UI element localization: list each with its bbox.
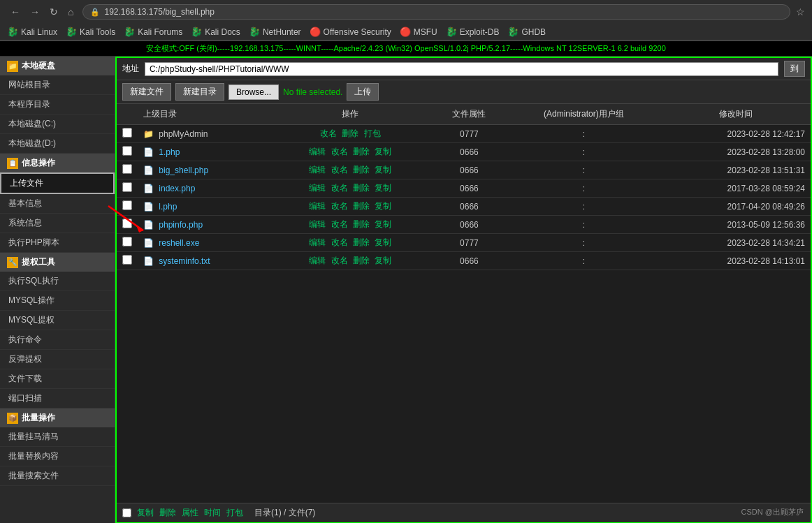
filename-1[interactable]: 1.php [159, 147, 180, 157]
sidebar-item-local-c[interactable]: 本地磁盘(C:) [0, 115, 115, 134]
file-checkbox-7[interactable] [122, 255, 132, 265]
goto-button[interactable]: 到 [784, 61, 805, 77]
file-checkbox-1[interactable] [122, 146, 132, 156]
sidebar-item-website-root[interactable]: 网站根目录 [0, 75, 115, 95]
action-改名-3[interactable]: 改名 [331, 183, 348, 193]
action-删除-1[interactable]: 删除 [353, 147, 370, 156]
action-复制-7[interactable]: 复制 [375, 256, 391, 265]
file-checkbox-6[interactable] [122, 237, 132, 246]
action-删除-5[interactable]: 删除 [353, 219, 370, 229]
bottom-time[interactable]: 时间 [204, 507, 221, 519]
sidebar-item-batch-trojan[interactable]: 批量挂马清马 [0, 427, 115, 447]
action-复制-4[interactable]: 复制 [375, 201, 391, 211]
filename-2[interactable]: big_shell.php [159, 165, 208, 175]
action-复制-6[interactable]: 复制 [375, 237, 391, 247]
action-打包-0[interactable]: 打包 [364, 128, 381, 138]
action-改名-0[interactable]: 改名 [320, 128, 337, 138]
sidebar-item-program-dir[interactable]: 本程序目录 [0, 95, 115, 115]
back-button[interactable]: ← [7, 5, 24, 19]
bookmark-offensive-security[interactable]: 🔴 Offensive Security [310, 27, 391, 37]
sidebar-item-batch-replace[interactable]: 批量替换内容 [0, 447, 115, 466]
path-input[interactable] [145, 62, 778, 76]
action-改名-4[interactable]: 改名 [331, 201, 348, 211]
action-改名-6[interactable]: 改名 [331, 237, 348, 247]
bookmark-exploit-db[interactable]: 🐉 Exploit-DB [446, 27, 500, 37]
bottom-delete[interactable]: 删除 [159, 507, 176, 519]
action-改名-5[interactable]: 改名 [331, 219, 348, 229]
address-input[interactable] [104, 7, 783, 17]
new-dir-button[interactable]: 新建目录 [175, 83, 224, 101]
action-改名-1[interactable]: 改名 [331, 147, 348, 156]
filename-7[interactable]: systeminfo.txt [159, 256, 210, 266]
file-checkbox-4[interactable] [122, 200, 132, 210]
user-group-7: : [507, 252, 660, 270]
browse-button[interactable]: Browse... [229, 84, 279, 100]
bookmark-kali-forums[interactable]: 🐉 Kali Forums [124, 27, 182, 37]
action-删除-7[interactable]: 删除 [353, 256, 370, 265]
filename-5[interactable]: phpinfo.php [159, 220, 203, 230]
select-all-checkbox[interactable] [122, 508, 131, 517]
sidebar-item-reverse-priv[interactable]: 反弹提权 [0, 350, 115, 369]
file-actions-4: 编辑 改名 删除 复制 [269, 198, 431, 216]
sidebar-item-system-info[interactable]: 系统信息 [0, 214, 115, 233]
bookmark-nethunter[interactable]: 🐉 NetHunter [249, 27, 301, 37]
refresh-button[interactable]: ↻ [46, 5, 61, 19]
bookmark-kali-tools[interactable]: 🐉 Kali Tools [66, 27, 115, 37]
filename-6[interactable]: reshell.exe [159, 238, 199, 248]
file-checkbox-0[interactable] [122, 128, 132, 138]
file-checkbox-3[interactable] [122, 182, 132, 192]
action-编辑-6[interactable]: 编辑 [309, 237, 326, 247]
bookmark-kali-linux[interactable]: 🐉 Kali Linux [7, 27, 57, 37]
sidebar-item-exec-cmd[interactable]: 执行命令 [0, 330, 115, 350]
action-编辑-5[interactable]: 编辑 [309, 219, 326, 229]
home-button[interactable]: ⌂ [64, 5, 77, 19]
action-改名-7[interactable]: 改名 [331, 256, 348, 265]
filename-3[interactable]: index.php [159, 184, 195, 193]
action-复制-2[interactable]: 复制 [375, 165, 391, 175]
action-删除-3[interactable]: 删除 [353, 183, 370, 193]
sidebar-item-mysql-ops[interactable]: MYSQL操作 [0, 291, 115, 311]
action-复制-5[interactable]: 复制 [375, 219, 391, 229]
action-编辑-4[interactable]: 编辑 [309, 201, 326, 211]
action-删除-0[interactable]: 删除 [342, 128, 358, 138]
sidebar-item-basic-info[interactable]: 基本信息 [0, 194, 115, 214]
sidebar-item-port-scan[interactable]: 端口扫描 [0, 389, 115, 408]
file-icon: 📄 [143, 256, 154, 266]
table-row: 📄 l.php 编辑 改名 删除 复制 0666 : 2017-04-20 08… [117, 198, 811, 216]
sidebar-item-exec-sql[interactable]: 执行SQL执行 [0, 272, 115, 291]
bookmark-star-button[interactable]: ☆ [796, 6, 805, 17]
bookmark-msfu[interactable]: 🔴 MSFU [400, 27, 437, 37]
bookmark-offensive-security-label: Offensive Security [324, 27, 391, 37]
bookmark-ghdb[interactable]: 🐉 GHDB [507, 27, 546, 37]
sidebar-item-exec-php[interactable]: 执行PHP脚本 [0, 233, 115, 253]
priv-tools-section-icon: 🔧 [7, 257, 18, 268]
forward-button[interactable]: → [27, 5, 43, 19]
upload-button[interactable]: 上传 [347, 83, 379, 101]
sidebar-item-mysql-priv[interactable]: MYSQL提权 [0, 311, 115, 330]
col-parent: 上级目录 [138, 104, 269, 125]
action-改名-2[interactable]: 改名 [331, 165, 348, 175]
action-复制-3[interactable]: 复制 [375, 183, 391, 193]
bottom-attr[interactable]: 属性 [182, 507, 198, 519]
action-编辑-3[interactable]: 编辑 [309, 183, 326, 193]
sidebar-item-upload-file[interactable]: 上传文件 [0, 172, 115, 194]
bookmark-kali-docs[interactable]: 🐉 Kali Docs [191, 27, 240, 37]
action-编辑-2[interactable]: 编辑 [309, 165, 326, 175]
bottom-pack[interactable]: 打包 [226, 507, 243, 519]
mod-time-0: 2023-02-28 12:42:17 [660, 125, 811, 143]
filename-4[interactable]: l.php [159, 202, 177, 212]
file-checkbox-5[interactable] [122, 219, 132, 228]
action-删除-2[interactable]: 删除 [353, 165, 370, 175]
bottom-copy[interactable]: 复制 [137, 507, 154, 519]
file-checkbox-2[interactable] [122, 164, 132, 174]
action-编辑-1[interactable]: 编辑 [309, 147, 326, 156]
new-file-button[interactable]: 新建文件 [122, 83, 171, 101]
sidebar-item-batch-search[interactable]: 批量搜索文件 [0, 466, 115, 486]
action-复制-1[interactable]: 复制 [375, 147, 391, 156]
action-删除-6[interactable]: 删除 [353, 237, 370, 247]
sidebar-item-local-d[interactable]: 本地磁盘(D:) [0, 134, 115, 154]
sidebar-item-file-download[interactable]: 文件下载 [0, 369, 115, 389]
action-编辑-7[interactable]: 编辑 [309, 256, 326, 265]
browser-toolbar: ← → ↻ ⌂ 🔒 ☆ [0, 0, 812, 24]
action-删除-4[interactable]: 删除 [353, 201, 370, 211]
